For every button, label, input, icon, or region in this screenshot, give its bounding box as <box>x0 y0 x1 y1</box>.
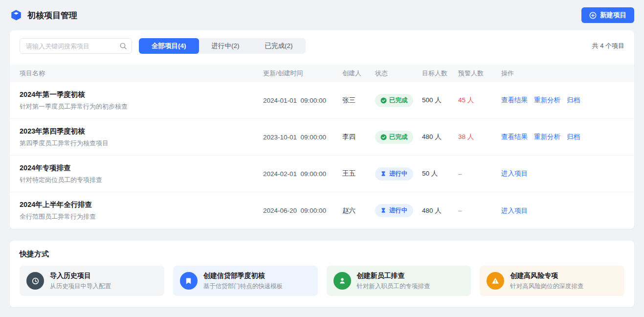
project-creator: 王五 <box>342 169 375 178</box>
status-cell: 进行中 <box>375 204 422 217</box>
shortcut-tile[interactable]: 导入历史项目 从历史项目中导入配置 <box>20 266 164 296</box>
project-name-cell: 2024年第一季度初核 针对第一季度员工异常行为的初步核查 <box>20 90 263 111</box>
shortcuts-card: 快捷方式 导入历史项目 从历史项目中导入配置 创建信贷部季度初核 基于信 <box>10 241 634 307</box>
new-project-label: 新建项目 <box>600 11 626 20</box>
project-name: 2024年第一季度初核 <box>20 90 263 99</box>
column-header: 更新/创建时间 <box>263 69 342 78</box>
status-cell: 已完成 <box>375 131 422 144</box>
project-description: 针对第一季度员工异常行为的初步核查 <box>20 102 263 111</box>
column-header: 操作 <box>501 69 624 78</box>
action-link[interactable]: 归档 <box>567 96 580 105</box>
search-icon[interactable] <box>119 42 127 50</box>
tab-0[interactable]: 全部项目(4) <box>139 38 199 54</box>
action-link[interactable]: 重新分析 <box>534 96 560 105</box>
status-cell: 已完成 <box>375 94 422 107</box>
toolbar: 全部项目(4)进行中(2)已完成(2) 共 4 个项目 <box>20 38 624 54</box>
table-body: 2024年第一季度初核 针对第一季度员工异常行为的初步核查 2024-01-01… <box>10 82 634 229</box>
target-count: 50 人 <box>422 169 458 178</box>
action-link[interactable]: 重新分析 <box>534 133 560 141</box>
hourglass-icon <box>380 207 387 214</box>
warning-icon <box>487 272 504 290</box>
shortcut-tile[interactable]: 创建新员工排查 针对新入职员工的专项排查 <box>327 266 471 296</box>
project-time: 2023-10-01 09:00:00 <box>263 134 342 141</box>
warning-count: 38 人 <box>458 133 501 141</box>
warning-count: – <box>458 170 501 178</box>
shortcut-title: 创建高风险专项 <box>510 272 583 280</box>
project-table: 项目名称更新/创建时间创建人状态目标人数预警人数操作 2024年第一季度初核 针… <box>10 65 634 229</box>
table-row[interactable]: 2024年第一季度初核 针对第一季度员工异常行为的初步核查 2024-01-01… <box>10 82 634 119</box>
bookmark-icon <box>180 272 198 290</box>
project-name-cell: 2024年专项排查 针对特定岗位员工的专项排查 <box>20 163 263 184</box>
project-description: 全行范围员工异常行为排查 <box>20 212 263 221</box>
column-header: 预警人数 <box>458 69 501 78</box>
row-actions: 查看结果重新分析归档 <box>501 133 624 141</box>
tab-group: 全部项目(4)进行中(2)已完成(2) <box>139 38 306 54</box>
action-link[interactable]: 进入项目 <box>501 169 528 178</box>
project-creator: 赵六 <box>342 206 375 215</box>
plus-circle-icon <box>589 12 597 19</box>
project-time: 2024-02-01 09:00:00 <box>263 170 342 178</box>
status-badge: 进行中 <box>375 204 413 217</box>
table-row[interactable]: 2024年上半年全行排查 全行范围员工异常行为排查 2024-06-20 09:… <box>10 192 634 229</box>
check-circle-icon <box>380 97 387 104</box>
target-count: 500 人 <box>422 96 458 105</box>
row-actions: 进入项目 <box>501 169 624 178</box>
shortcut-description: 从历史项目中导入配置 <box>50 282 111 291</box>
shortcut-title: 创建新员工排查 <box>357 272 430 280</box>
cube-icon <box>10 9 22 22</box>
column-header: 目标人数 <box>422 69 458 78</box>
shortcut-title: 导入历史项目 <box>50 272 111 280</box>
warning-count: – <box>458 207 501 214</box>
table-header-row: 项目名称更新/创建时间创建人状态目标人数预警人数操作 <box>10 65 634 82</box>
project-name: 2023年第四季度初核 <box>20 127 263 136</box>
tab-2[interactable]: 已完成(2) <box>252 38 306 54</box>
shortcut-tiles: 导入历史项目 从历史项目中导入配置 创建信贷部季度初核 基于信贷部门特点的快速模… <box>20 266 624 296</box>
top-header: 初核项目管理 新建项目 <box>10 0 634 30</box>
shortcut-tile[interactable]: 创建信贷部季度初核 基于信贷部门特点的快速模板 <box>173 266 318 296</box>
column-header: 项目名称 <box>20 69 263 78</box>
hourglass-icon <box>380 171 387 177</box>
shortcut-text: 创建新员工排查 针对新入职员工的专项排查 <box>357 272 430 291</box>
status-label: 进行中 <box>389 206 408 215</box>
project-name: 2024年专项排查 <box>20 163 263 173</box>
project-time: 2024-06-20 09:00:00 <box>263 207 342 214</box>
column-header: 状态 <box>375 69 422 78</box>
project-creator: 张三 <box>342 96 375 105</box>
status-badge: 已完成 <box>375 94 413 107</box>
column-header: 创建人 <box>342 69 375 78</box>
status-badge: 已完成 <box>375 131 413 144</box>
search-wrap <box>20 38 132 54</box>
project-description: 针对特定岗位员工的专项排查 <box>20 176 263 184</box>
shortcut-text: 创建信贷部季度初核 基于信贷部门特点的快速模板 <box>203 272 283 291</box>
shortcut-text: 创建高风险专项 针对高风险岗位的深度排查 <box>510 272 583 291</box>
status-label: 已完成 <box>389 133 408 141</box>
shortcut-tile[interactable]: 创建高风险专项 针对高风险岗位的深度排查 <box>480 266 624 296</box>
project-creator: 李四 <box>342 133 375 141</box>
new-project-button[interactable]: 新建项目 <box>581 7 634 23</box>
tab-1[interactable]: 进行中(2) <box>199 38 252 54</box>
shortcut-description: 基于信贷部门特点的快速模板 <box>203 282 283 291</box>
action-link[interactable]: 进入项目 <box>501 206 528 215</box>
shortcut-description: 针对高风险岗位的深度排查 <box>510 282 583 291</box>
project-time: 2024-01-01 09:00:00 <box>263 97 342 104</box>
action-link[interactable]: 归档 <box>567 133 580 141</box>
table-row[interactable]: 2024年专项排查 针对特定岗位员工的专项排查 2024-02-01 09:00… <box>10 156 634 192</box>
project-description: 第四季度员工异常行为核查项目 <box>20 139 263 148</box>
status-badge: 进行中 <box>375 167 413 181</box>
shortcut-text: 导入历史项目 从历史项目中导入配置 <box>50 272 111 291</box>
target-count: 480 人 <box>422 133 458 141</box>
action-link[interactable]: 查看结果 <box>501 96 528 105</box>
shortcuts-title: 快捷方式 <box>20 249 624 259</box>
project-name-cell: 2023年第四季度初核 第四季度员工异常行为核查项目 <box>20 127 263 148</box>
project-name: 2024年上半年全行排查 <box>20 200 263 209</box>
row-actions: 查看结果重新分析归档 <box>501 96 624 105</box>
action-link[interactable]: 查看结果 <box>501 133 528 141</box>
project-list-card: 全部项目(4)进行中(2)已完成(2) 共 4 个项目 项目名称更新/创建时间创… <box>10 30 634 229</box>
table-row[interactable]: 2023年第四季度初核 第四季度员工异常行为核查项目 2023-10-01 09… <box>10 119 634 156</box>
warning-count: 45 人 <box>458 96 501 105</box>
target-count: 480 人 <box>422 206 458 215</box>
status-cell: 进行中 <box>375 167 422 181</box>
total-count: 共 4 个项目 <box>592 42 624 50</box>
header-left: 初核项目管理 <box>10 9 77 22</box>
search-input[interactable] <box>20 38 132 54</box>
